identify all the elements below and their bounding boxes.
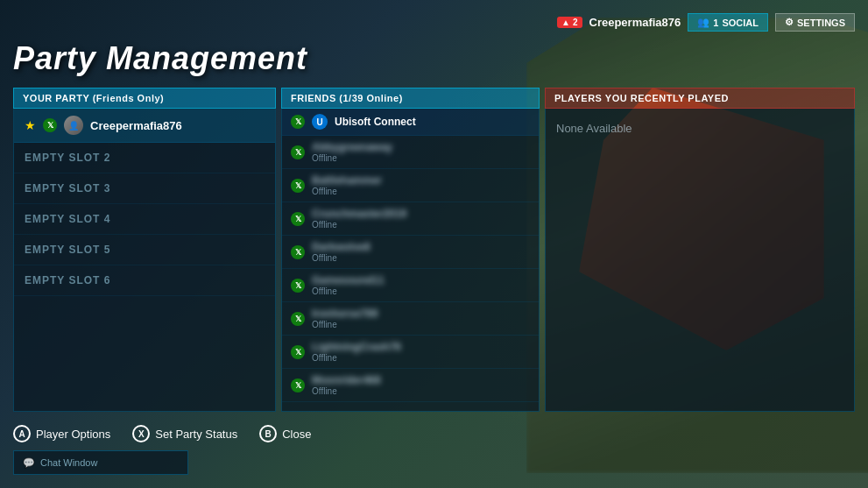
friend-xbox-icon-0: 𝕏 (291, 145, 305, 159)
party-panel-header: YOUR PARTY (Friends Only) (13, 88, 276, 109)
ubisoft-connect-label: Ubisoft Connect (335, 116, 416, 128)
friend-name-2: Crunchmaster2019 (312, 208, 530, 220)
player-options-label: Player Options (36, 428, 110, 441)
friends-count: (1/39 Online) (339, 93, 403, 103)
friend-xbox-icon-1: 𝕏 (291, 179, 305, 193)
friend-name-7: Moonrider468 (312, 374, 530, 386)
party-player-row[interactable]: ★ 𝕏 👤 Creepermafia876 (14, 109, 275, 143)
x-button-badge: X (132, 425, 150, 442)
empty-slot-3[interactable]: EMPTY SLOT 3 (14, 173, 275, 204)
settings-label: SETTINGS (797, 18, 845, 28)
controls-row: A Player Options X Set Party Status B Cl… (13, 425, 855, 442)
party-panel-body: ★ 𝕏 👤 Creepermafia876 EMPTY SLOT 2 EMPTY… (13, 109, 276, 412)
friend-status-0: Offline (312, 153, 530, 163)
friend-name-5: Ironhorse789 (312, 308, 530, 320)
notification-badge: ▲ 2 (557, 17, 582, 28)
friend-row-6[interactable]: 𝕏 LightningCrash76 Offline (282, 336, 539, 369)
close-label: Close (282, 428, 311, 441)
player-options-button[interactable]: A Player Options (13, 425, 110, 442)
party-panel: YOUR PARTY (Friends Only) ★ 𝕏 👤 Creeperm… (13, 88, 276, 412)
friend-row-3[interactable]: 𝕏 Darkwolve8 Offline (282, 236, 539, 269)
social-count: 1 (713, 18, 718, 28)
settings-icon: ⚙ (785, 17, 794, 28)
friend-xbox-icon-7: 𝕏 (291, 378, 305, 393)
social-label: SOCIAL (722, 18, 759, 28)
notification-count: 2 (573, 18, 578, 27)
friend-xbox-icon-4: 𝕏 (291, 279, 305, 293)
friend-status-2: Offline (312, 220, 530, 230)
panels-row: YOUR PARTY (Friends Only) ★ 𝕏 👤 Creeperm… (13, 88, 855, 412)
friend-row-2[interactable]: 𝕏 Crunchmaster2019 Offline (282, 202, 539, 236)
player-name: Creepermafia876 (90, 119, 182, 132)
none-available: None Available (546, 109, 854, 148)
friend-info-7: Moonrider468 Offline (312, 374, 530, 396)
recent-panel: PLAYERS YOU RECENTLY PLAYED None Availab… (545, 88, 855, 412)
friend-info-0: Abbygreenaway Offline (312, 141, 530, 163)
friend-name-1: Battlehammer (312, 174, 530, 187)
friends-label: FRIENDS (291, 93, 339, 103)
friend-xbox-icon-2: 𝕏 (291, 212, 305, 226)
recent-panel-body: None Available (545, 109, 855, 412)
friend-info-6: LightningCrash76 Offline (312, 341, 530, 363)
empty-slot-5[interactable]: EMPTY SLOT 5 (14, 235, 275, 265)
xbox-icon: 𝕏 (43, 118, 57, 132)
friend-info-5: Ironhorse789 Offline (312, 308, 530, 329)
set-party-status-button[interactable]: X Set Party Status (132, 425, 237, 442)
empty-slot-2[interactable]: EMPTY SLOT 2 (14, 143, 275, 173)
close-button[interactable]: B Close (259, 425, 311, 442)
empty-slot-4[interactable]: EMPTY SLOT 4 (14, 204, 275, 235)
notification-icon: ▲ (561, 18, 570, 27)
friend-info-1: Battlehammer Offline (312, 174, 530, 196)
empty-slot-6[interactable]: EMPTY SLOT 6 (14, 265, 275, 296)
a-button-badge: A (13, 425, 31, 442)
avatar: 👤 (64, 116, 83, 135)
friend-row-4[interactable]: 𝕏 Gamesound11 Offline (282, 269, 539, 302)
friend-xbox-icon-6: 𝕏 (291, 345, 305, 359)
friend-xbox-icon-5: 𝕏 (291, 312, 305, 326)
social-tab[interactable]: 👥 1 SOCIAL (688, 13, 768, 32)
friends-panel-header: FRIENDS (1/39 Online) (281, 88, 540, 109)
friend-info-3: Darkwolve8 Offline (312, 241, 530, 263)
friend-status-3: Offline (312, 253, 530, 263)
friend-status-1: Offline (312, 187, 530, 196)
username-display: Creepermafia876 (589, 16, 681, 29)
friend-row-7[interactable]: 𝕏 Moonrider468 Offline (282, 369, 539, 402)
friend-status-4: Offline (312, 286, 530, 296)
friend-row-1[interactable]: 𝕏 Battlehammer Offline (282, 169, 539, 202)
friend-info-4: Gamesound11 Offline (312, 274, 530, 296)
b-button-badge: B (259, 425, 277, 442)
friend-name-6: LightningCrash76 (312, 341, 530, 353)
recent-panel-header: PLAYERS YOU RECENTLY PLAYED (545, 88, 855, 109)
set-party-label: Set Party Status (155, 428, 237, 441)
friend-name-0: Abbygreenaway (312, 141, 530, 153)
friend-status-5: Offline (312, 320, 530, 329)
page-title: Party Management (13, 40, 855, 77)
friend-xbox-icon-3: 𝕏 (291, 245, 305, 259)
top-bar-right: ▲ 2 Creepermafia876 👥 1 SOCIAL ⚙ SETTING… (557, 13, 855, 32)
friend-row-5[interactable]: 𝕏 Ironhorse789 Offline (282, 302, 539, 336)
social-tab-icon: 👥 (697, 17, 709, 28)
friend-name-4: Gamesound11 (312, 274, 530, 286)
friend-name-3: Darkwolve8 (312, 241, 530, 253)
friend-info-2: Crunchmaster2019 Offline (312, 208, 530, 230)
friends-panel: FRIENDS (1/39 Online) 𝕏 U Ubisoft Connec… (281, 88, 540, 412)
friend-row-0[interactable]: 𝕏 Abbygreenaway Offline (282, 136, 539, 169)
ui-container: ▲ 2 Creepermafia876 👥 1 SOCIAL ⚙ SETTING… (0, 0, 868, 488)
ubisoft-connect-row[interactable]: 𝕏 U Ubisoft Connect (282, 109, 539, 136)
top-bar: ▲ 2 Creepermafia876 👥 1 SOCIAL ⚙ SETTING… (13, 13, 855, 32)
friends-panel-body: 𝕏 U Ubisoft Connect 𝕏 Abbygreenaway Offl… (281, 109, 540, 412)
friend-status-7: Offline (312, 386, 530, 396)
ubisoft-logo: U (312, 114, 328, 130)
settings-tab[interactable]: ⚙ SETTINGS (775, 13, 855, 32)
leader-star-icon: ★ (25, 118, 36, 132)
xbox-ubisoft-icon: 𝕏 (291, 115, 305, 129)
friend-status-6: Offline (312, 353, 530, 363)
